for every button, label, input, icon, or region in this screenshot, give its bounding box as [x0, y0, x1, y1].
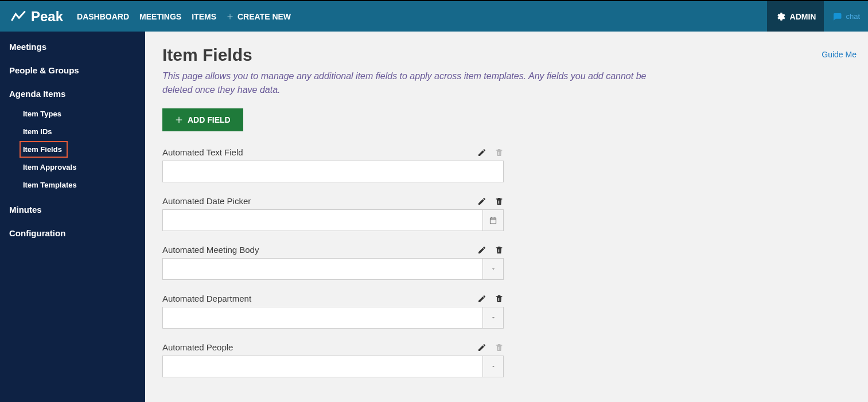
sidebar-minutes[interactable]: Minutes	[0, 205, 145, 214]
select-field-input[interactable]	[162, 258, 483, 280]
plus-icon	[227, 13, 233, 20]
field-label: Automated Meeting Body	[162, 245, 477, 255]
sidebar-item-ids[interactable]: Item IDs	[20, 123, 58, 140]
sidebar-meetings[interactable]: Meetings	[0, 42, 145, 52]
brand-name: Peak	[31, 9, 63, 25]
chat-icon	[832, 11, 842, 22]
nav-dashboard[interactable]: DASHBOARD	[77, 12, 129, 21]
pencil-icon	[477, 148, 486, 157]
main-content: Guide Me Item Fields This page allows yo…	[145, 32, 868, 402]
top-nav: DASHBOARD MEETINGS ITEMS CREATE NEW	[77, 12, 291, 21]
gear-icon	[775, 11, 785, 22]
brand-logo[interactable]: Peak	[0, 9, 71, 25]
dropdown-toggle[interactable]	[483, 356, 504, 377]
chat-button[interactable]: chat	[824, 1, 868, 32]
edit-field-button[interactable]	[477, 197, 486, 206]
trash-icon	[495, 245, 504, 255]
field-label: Automated People	[162, 342, 477, 352]
sidebar-people-groups[interactable]: People & Groups	[0, 65, 145, 75]
admin-button[interactable]: ADMIN	[767, 1, 824, 32]
trash-icon	[495, 294, 504, 303]
chat-label: chat	[846, 12, 860, 21]
chevron-down-icon	[491, 315, 496, 321]
add-field-label: ADD FIELD	[188, 115, 231, 124]
select-field-input[interactable]	[162, 356, 483, 377]
trash-icon	[495, 148, 504, 157]
plus-icon	[175, 116, 183, 124]
delete-field-button	[495, 148, 504, 157]
delete-field-button	[495, 343, 504, 352]
peak-logo-icon	[10, 9, 26, 25]
field-row: Automated Department	[162, 294, 504, 329]
topbar-right: ADMIN chat	[767, 1, 868, 32]
sidebar-agenda-items[interactable]: Agenda Items	[0, 89, 145, 99]
edit-field-button[interactable]	[477, 343, 486, 352]
sidebar-item-types[interactable]: Item Types	[20, 106, 67, 122]
delete-field-button[interactable]	[495, 245, 504, 255]
nav-create-new[interactable]: CREATE NEW	[227, 12, 291, 21]
admin-label: ADMIN	[790, 12, 816, 21]
trash-icon	[495, 343, 504, 352]
select-field-input[interactable]	[162, 307, 483, 329]
guide-me-link[interactable]: Guide Me	[822, 50, 857, 59]
field-row: Automated People	[162, 342, 504, 377]
field-row: Automated Meeting Body	[162, 245, 504, 280]
field-label: Automated Text Field	[162, 147, 477, 157]
dropdown-toggle[interactable]	[483, 307, 504, 329]
calendar-icon	[489, 216, 497, 225]
page-title: Item Fields	[162, 45, 857, 65]
sidebar-item-templates[interactable]: Item Templates	[20, 177, 83, 193]
text-field-input[interactable]	[162, 161, 504, 182]
field-label: Automated Department	[162, 294, 477, 303]
date-picker-button[interactable]	[483, 209, 504, 231]
chevron-down-icon	[491, 266, 496, 272]
delete-field-button[interactable]	[495, 294, 504, 303]
chevron-down-icon	[491, 364, 496, 369]
sidebar-item-fields[interactable]: Item Fields	[20, 141, 68, 158]
delete-field-button[interactable]	[495, 197, 504, 206]
pencil-icon	[477, 294, 486, 303]
trash-icon	[495, 197, 504, 206]
nav-meetings[interactable]: MEETINGS	[139, 12, 181, 21]
edit-field-button[interactable]	[477, 148, 486, 157]
edit-field-button[interactable]	[477, 294, 486, 303]
pencil-icon	[477, 197, 486, 206]
pencil-icon	[477, 343, 486, 352]
sidebar-item-approvals[interactable]: Item Approvals	[20, 159, 82, 175]
sidebar-configuration[interactable]: Configuration	[0, 228, 145, 238]
date-field-input[interactable]	[162, 209, 483, 231]
field-row: Automated Date Picker	[162, 196, 504, 231]
nav-items[interactable]: ITEMS	[192, 12, 216, 21]
pencil-icon	[477, 245, 486, 255]
sidebar: Meetings People & Groups Agenda Items It…	[0, 32, 145, 402]
topbar: Peak DASHBOARD MEETINGS ITEMS CREATE NEW…	[0, 0, 868, 32]
nav-create-new-label: CREATE NEW	[238, 12, 291, 21]
sidebar-agenda-subitems: Item Types Item IDs Item Fields Item App…	[0, 106, 145, 194]
field-label: Automated Date Picker	[162, 196, 477, 206]
field-row: Automated Text Field	[162, 147, 504, 182]
add-field-button[interactable]: ADD FIELD	[162, 108, 243, 131]
edit-field-button[interactable]	[477, 245, 486, 255]
page-description: This page allows you to manage any addit…	[162, 69, 679, 97]
dropdown-toggle[interactable]	[483, 258, 504, 280]
